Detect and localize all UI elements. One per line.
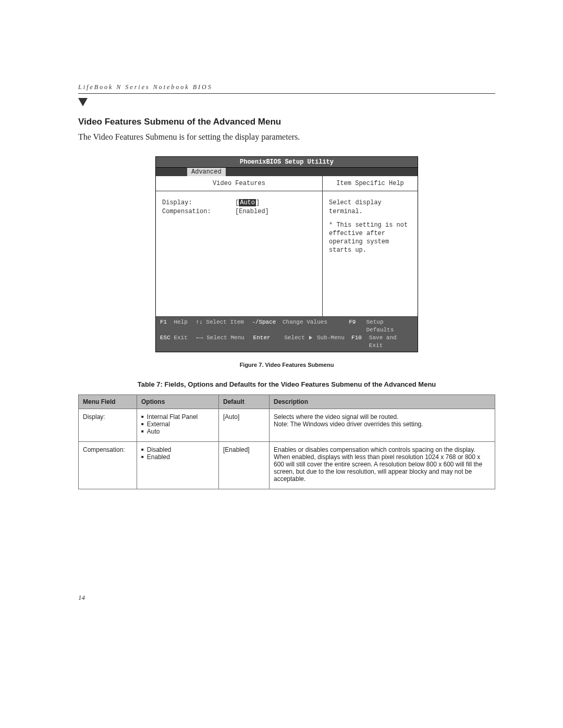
bios-field-value: [Auto] — [235, 199, 260, 207]
header-triangle-icon — [78, 98, 88, 106]
cell-field: Compensation: — [79, 441, 137, 489]
cell-default: [Auto] — [219, 409, 270, 441]
table-row: Display: Internal Flat Panel External Au… — [79, 409, 495, 441]
bios-left-header: Video Features — [156, 176, 323, 191]
th-default: Default — [219, 394, 270, 409]
bios-utility-title: PhoenixBIOS Setup Utility — [156, 157, 418, 168]
bios-fields-panel: Display: [Auto] Compensation: [Enabled] — [156, 191, 323, 316]
submenu-arrow-icon — [309, 336, 312, 340]
option-item: Internal Flat Panel — [141, 413, 214, 421]
cell-description: Enables or disables compensation which c… — [270, 441, 495, 489]
bios-field-display: Display: [Auto] — [162, 199, 316, 207]
option-item: Auto — [141, 428, 214, 435]
option-item: External — [141, 421, 214, 428]
bios-tab-bar: Advanced — [156, 168, 418, 176]
figure-caption: Figure 7. Video Features Submenu — [78, 362, 495, 368]
th-menu-field: Menu Field — [79, 394, 137, 409]
th-options: Options — [137, 394, 219, 409]
th-description: Description — [270, 394, 495, 409]
bios-field-compensation: Compensation: [Enabled] — [162, 207, 316, 216]
section-title: Video Features Submenu of the Advanced M… — [78, 117, 495, 127]
bios-help-line: Select display terminal. — [329, 199, 411, 215]
bios-screenshot: PhoenixBIOS Setup Utility Advanced Video… — [155, 156, 418, 352]
cell-options: Disabled Enabled — [137, 441, 219, 489]
table-caption: Table 7: Fields, Options and Defaults fo… — [78, 380, 495, 388]
cell-field: Display: — [79, 409, 137, 441]
section-intro: The Video Features Submenu is for settin… — [78, 132, 495, 142]
cell-options: Internal Flat Panel External Auto — [137, 409, 219, 441]
bios-help-panel: Select display terminal. * This setting … — [323, 191, 418, 316]
bios-tab-advanced: Advanced — [187, 168, 226, 176]
bios-field-value: [Enabled] — [235, 207, 269, 216]
option-item: Enabled — [141, 453, 214, 461]
cell-description: Selects where the video signal will be r… — [270, 409, 495, 441]
bios-field-label: Compensation: — [162, 207, 235, 216]
running-header: LifeBook N Series Notebook BIOS — [78, 83, 495, 94]
bios-field-label: Display: — [162, 199, 235, 207]
bios-footer: F1 Help ↑↓ Select Item -/Space Change Va… — [156, 317, 418, 351]
cell-default: [Enabled] — [219, 441, 270, 489]
table-header-row: Menu Field Options Default Description — [79, 394, 495, 409]
bios-right-header: Item Specific Help — [323, 176, 418, 191]
page-number: 14 — [78, 594, 495, 602]
table-row: Compensation: Disabled Enabled [Enabled]… — [79, 441, 495, 489]
fields-table: Menu Field Options Default Description D… — [78, 394, 495, 489]
bios-help-line: * This setting is not effective after op… — [329, 221, 411, 255]
option-item: Disabled — [141, 446, 214, 453]
